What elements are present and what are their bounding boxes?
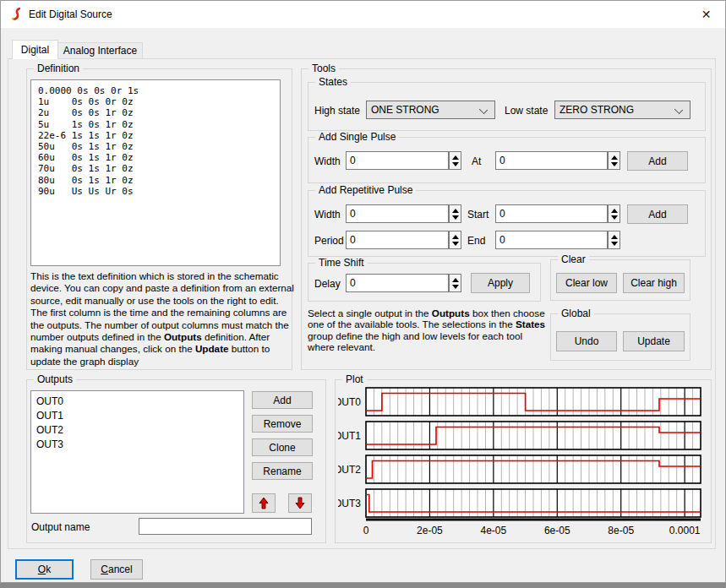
single-width-spinner[interactable] xyxy=(449,151,461,170)
time-shift-label: Time Shift xyxy=(315,257,368,269)
output-clone-button[interactable]: Clone xyxy=(252,438,313,456)
output-add-button[interactable]: Add xyxy=(252,391,313,409)
definition-group-label: Definition xyxy=(34,63,83,74)
rep-width-label: Width xyxy=(314,209,341,220)
single-at-input[interactable] xyxy=(495,151,608,170)
list-item[interactable]: OUT3 xyxy=(36,438,243,452)
list-item[interactable]: OUT2 xyxy=(36,423,243,438)
svg-text:0.0001: 0.0001 xyxy=(669,525,701,536)
delay-input[interactable] xyxy=(346,274,449,292)
outputs-group-label: Outputs xyxy=(34,373,76,385)
rep-end-label: End xyxy=(467,235,485,247)
undo-button[interactable]: Undo xyxy=(556,331,617,351)
spin-down-icon xyxy=(452,285,459,289)
svg-text:8e-05: 8e-05 xyxy=(608,525,634,536)
list-item[interactable]: OUT0 xyxy=(36,395,243,409)
definition-text: 0.0000 0s 0s 0r 1s 1u 0s 0s 0r 0z 2u 0s … xyxy=(31,80,280,202)
definition-textarea[interactable]: 0.0000 0s 0s 0r 1s 1u 0s 0s 0r 0z 2u 0s … xyxy=(30,79,281,266)
high-state-label: High state xyxy=(314,105,360,117)
spin-up-icon xyxy=(452,278,459,282)
low-state-select[interactable]: ZERO STRONG xyxy=(554,101,691,119)
clear-low-button[interactable]: Clear low xyxy=(556,273,617,293)
edit-digital-source-dialog: Edit Digital Source ✕ Digital Analog Int… xyxy=(0,0,726,583)
rep-period-input[interactable] xyxy=(346,231,449,249)
add-single-pulse-label: Add Single Pulse xyxy=(315,131,399,143)
svg-text:2e-05: 2e-05 xyxy=(417,525,443,536)
spin-up-icon xyxy=(611,155,618,160)
single-width-input[interactable] xyxy=(346,151,449,170)
spin-up-icon xyxy=(452,235,459,239)
states-group-label: States xyxy=(315,76,351,88)
apply-button[interactable]: Apply xyxy=(471,273,530,293)
window-title: Edit Digital Source xyxy=(29,8,112,20)
svg-text:OUT2: OUT2 xyxy=(338,464,361,476)
svg-text:4e-05: 4e-05 xyxy=(481,525,507,536)
app-icon xyxy=(10,8,24,21)
spin-up-icon xyxy=(611,209,618,213)
rep-period-spinner[interactable] xyxy=(449,231,461,249)
definition-description: This is the text definition which is sto… xyxy=(30,270,295,368)
rep-period-label: Period xyxy=(314,235,344,247)
high-state-select[interactable]: ONE STRONG xyxy=(366,101,495,119)
svg-text:OUT1: OUT1 xyxy=(338,430,361,442)
svg-text:OUT3: OUT3 xyxy=(338,498,361,509)
plot-svg: OUT0OUT1OUT2OUT302e-054e-056e-058e-050.0… xyxy=(338,384,710,541)
svg-text:OUT0: OUT0 xyxy=(338,396,361,408)
red-arrow-up-icon xyxy=(259,497,269,509)
delay-spinner[interactable] xyxy=(449,274,461,292)
tab-digital[interactable]: Digital xyxy=(12,40,58,59)
rep-start-spinner[interactable] xyxy=(608,204,620,223)
spin-down-icon xyxy=(452,162,459,166)
list-item[interactable]: OUT1 xyxy=(36,409,243,423)
spin-up-icon xyxy=(452,155,459,160)
svg-text:6e-05: 6e-05 xyxy=(544,525,570,536)
close-icon: ✕ xyxy=(701,8,712,21)
title-bar: Edit Digital Source ✕ xyxy=(1,1,725,28)
output-rename-button[interactable]: Rename xyxy=(252,462,313,480)
rep-end-input[interactable] xyxy=(495,231,608,249)
output-remove-button[interactable]: Remove xyxy=(252,415,313,433)
spin-down-icon xyxy=(452,215,459,220)
tools-group-label: Tools xyxy=(308,63,339,74)
tools-note: Select a single output in the Outputs bo… xyxy=(308,308,551,353)
red-arrow-down-icon xyxy=(295,497,305,509)
rep-width-input[interactable] xyxy=(346,204,449,223)
spin-down-icon xyxy=(452,242,459,246)
clear-high-button[interactable]: Clear high xyxy=(623,273,685,293)
ok-button[interactable]: Ok xyxy=(15,559,74,580)
add-repetitive-pulse-label: Add Repetitive Pulse xyxy=(315,184,416,196)
clear-group-label: Clear xyxy=(558,253,589,265)
spin-up-icon xyxy=(611,235,618,239)
output-name-input[interactable] xyxy=(139,518,312,535)
rep-width-spinner[interactable] xyxy=(449,204,461,223)
single-at-spinner[interactable] xyxy=(608,151,620,170)
spin-down-icon xyxy=(611,162,618,166)
rep-end-spinner[interactable] xyxy=(608,231,620,249)
chevron-down-icon xyxy=(479,106,488,114)
spin-down-icon xyxy=(611,242,618,246)
output-name-label: Output name xyxy=(31,521,90,533)
delay-label: Delay xyxy=(314,278,341,290)
spin-down-icon xyxy=(611,215,618,220)
tab-analog-interface[interactable]: Analog Interface xyxy=(57,42,143,59)
global-group-label: Global xyxy=(558,308,594,319)
close-button[interactable]: ✕ xyxy=(687,1,725,27)
spin-up-icon xyxy=(452,209,459,213)
single-at-label: At xyxy=(472,155,481,167)
low-state-value: ZERO STRONG xyxy=(560,104,634,116)
svg-text:0: 0 xyxy=(363,525,369,536)
single-add-button[interactable]: Add xyxy=(627,151,688,171)
outputs-list[interactable]: OUT0OUT1OUT2OUT3 xyxy=(30,390,244,514)
rep-add-button[interactable]: Add xyxy=(627,204,688,224)
rep-start-label: Start xyxy=(467,209,489,220)
move-down-button[interactable] xyxy=(288,493,312,513)
cancel-button[interactable]: Cancel xyxy=(90,559,143,580)
chevron-down-icon xyxy=(674,106,683,114)
update-button[interactable]: Update xyxy=(623,331,685,351)
rep-start-input[interactable] xyxy=(495,204,608,223)
high-state-value: ONE STRONG xyxy=(371,104,439,116)
low-state-label: Low state xyxy=(505,105,548,117)
single-width-label: Width xyxy=(314,155,341,167)
move-up-button[interactable] xyxy=(252,493,276,513)
